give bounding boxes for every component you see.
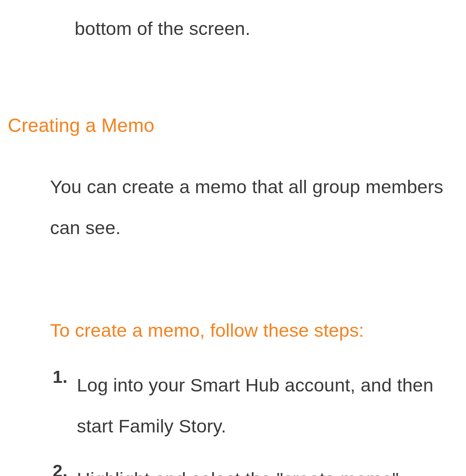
- fragment-line: bottom of the screen.: [75, 16, 466, 41]
- steps-list: 1. Log into your Smart Hub account, and …: [53, 365, 449, 476]
- step-number: 2.: [53, 459, 71, 476]
- section-subheading: To create a memo, follow these steps:: [50, 320, 466, 341]
- step-item: 2. Highlight and select the "create memo…: [53, 459, 449, 476]
- step-item: 1. Log into your Smart Hub account, and …: [53, 365, 449, 446]
- step-number: 1.: [53, 365, 71, 389]
- section-heading: Creating a Memo: [8, 115, 466, 136]
- step-text: Highlight and select the "create memo" d…: [77, 459, 449, 476]
- step-text: Log into your Smart Hub account, and the…: [77, 365, 449, 446]
- section-intro: You can create a memo that all group mem…: [50, 166, 449, 248]
